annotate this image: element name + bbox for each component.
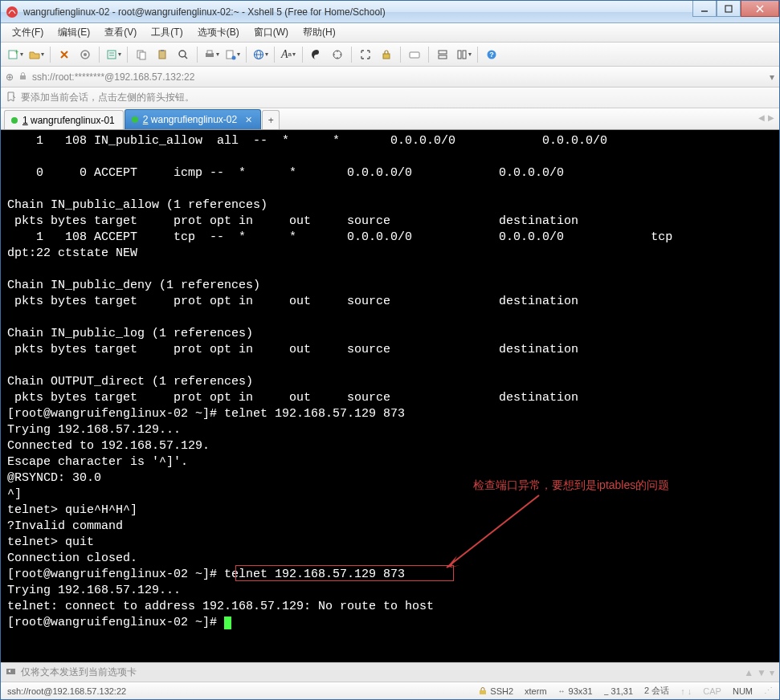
window-title: wangrufienglinux-02 - root@wangruifengli… bbox=[23, 6, 692, 18]
info-bar: 要添加当前会话，点击左侧的箭头按钮。 bbox=[1, 88, 779, 108]
send-arrows: ▲ ▼ ▾ bbox=[744, 667, 774, 678]
tile-vertical-button[interactable]: ▾ bbox=[454, 45, 473, 64]
svg-rect-33 bbox=[463, 51, 466, 59]
menu-tools[interactable]: 工具(T) bbox=[145, 23, 189, 42]
address-dropdown-icon[interactable]: ▾ bbox=[770, 71, 774, 83]
svg-rect-2 bbox=[725, 6, 732, 12]
status-sessions: 2 会话 bbox=[644, 685, 669, 697]
svg-point-21 bbox=[231, 55, 235, 59]
tab-close-icon[interactable]: ✕ bbox=[245, 115, 252, 125]
svg-rect-26 bbox=[383, 54, 390, 59]
print-button[interactable]: ▾ bbox=[202, 45, 221, 64]
send-text: 仅将文本发送到当前选项卡 bbox=[21, 665, 137, 679]
minimize-button[interactable] bbox=[692, 1, 717, 17]
menu-view[interactable]: 查看(V) bbox=[98, 23, 143, 42]
toolbar-separator bbox=[197, 47, 198, 63]
bookmark-icon[interactable] bbox=[6, 92, 16, 104]
toolbar: +▾ ▾ ▾ ▾ ▾ ▾ Aa▾ ▾ ? bbox=[1, 43, 779, 67]
menu-file[interactable]: 文件(F) bbox=[6, 23, 50, 42]
terminal-line: Chain IN_public_log (1 references) bbox=[7, 327, 253, 340]
find-button[interactable] bbox=[174, 45, 193, 64]
keyboard-button[interactable] bbox=[405, 45, 424, 64]
send-icon[interactable] bbox=[6, 666, 16, 679]
terminal-line: telnet> quit bbox=[7, 535, 94, 549]
tab-prev-icon[interactable]: ◀ bbox=[758, 113, 765, 122]
terminal-line: Trying 192.168.57.129... bbox=[7, 423, 181, 437]
tab-nav-arrows: ◀ ▶ bbox=[758, 113, 774, 122]
svg-point-16 bbox=[179, 51, 186, 57]
svg-rect-31 bbox=[439, 55, 447, 59]
open-session-button[interactable]: ▾ bbox=[27, 45, 46, 64]
svg-rect-36 bbox=[20, 75, 26, 79]
terminal-line: @RSYNCD: 30.0 bbox=[7, 471, 101, 485]
font-button[interactable]: Aa▾ bbox=[279, 45, 298, 64]
close-button[interactable] bbox=[741, 1, 779, 17]
svg-rect-15 bbox=[161, 50, 164, 51]
status-size: ↔93x31 bbox=[558, 686, 593, 696]
terminal-line: [root@wangruifenglinux-02 ~]# telnet 192… bbox=[7, 407, 405, 421]
tile-horizontal-button[interactable] bbox=[433, 45, 452, 64]
highlight-button[interactable] bbox=[328, 45, 347, 64]
terminal-output[interactable]: 1 108 IN_public_allow all -- * * 0.0.0.0… bbox=[1, 130, 779, 662]
down-arrow-icon[interactable]: ▼ bbox=[757, 667, 766, 678]
status-dot-icon bbox=[132, 116, 138, 123]
session-tab-2[interactable]: 2 wangrufienglinux-02 ✕ bbox=[125, 109, 261, 129]
disconnect-button[interactable] bbox=[76, 45, 95, 64]
menu-bar: 文件(F) 编辑(E) 查看(V) 工具(T) 选项卡(B) 窗口(W) 帮助(… bbox=[1, 23, 779, 43]
app-icon bbox=[6, 6, 18, 18]
new-session-button[interactable]: +▾ bbox=[6, 45, 25, 64]
log-button[interactable]: ▾ bbox=[223, 45, 242, 64]
terminal-line: Trying 192.168.57.129... bbox=[7, 584, 181, 597]
menu-window[interactable]: 窗口(W) bbox=[247, 23, 295, 42]
maximize-button[interactable] bbox=[717, 1, 741, 17]
menu-help[interactable]: 帮助(H) bbox=[296, 23, 342, 42]
session-tab-1[interactable]: 1 wangrufenglinux-01 bbox=[4, 110, 124, 129]
menu-tabs[interactable]: 选项卡(B) bbox=[191, 23, 246, 42]
title-bar[interactable]: wangrufienglinux-02 - root@wangruifengli… bbox=[1, 1, 779, 23]
lock-button[interactable] bbox=[377, 45, 396, 64]
terminal-line: Chain IN_public_deny (1 references) bbox=[7, 279, 260, 292]
toolbar-separator bbox=[50, 47, 51, 63]
svg-rect-32 bbox=[458, 51, 461, 59]
info-text: 要添加当前会话，点击左侧的箭头按钮。 bbox=[21, 91, 194, 104]
terminal-line: 0 0 ACCEPT icmp -- * * 0.0.0.0/0 0.0.0.0… bbox=[7, 166, 564, 180]
tab-strip: 1 wangrufenglinux-01 2 wangrufienglinux-… bbox=[1, 108, 779, 130]
paste-button[interactable] bbox=[153, 45, 172, 64]
annotation-box bbox=[235, 565, 454, 581]
toolbar-separator bbox=[246, 47, 247, 63]
toolbar-separator bbox=[400, 47, 401, 63]
send-dropdown-icon[interactable]: ▾ bbox=[770, 667, 774, 678]
terminal-line: 1 108 IN_public_allow all -- * * 0.0.0.0… bbox=[7, 134, 607, 148]
status-termtype: xterm bbox=[525, 686, 547, 696]
properties-button[interactable]: ▾ bbox=[104, 45, 123, 64]
send-bar[interactable]: 仅将文本发送到当前选项卡 ▲ ▼ ▾ bbox=[1, 662, 779, 682]
resize-grip-icon[interactable]: ⋰ bbox=[764, 686, 773, 696]
terminal-line: pkts bytes target prot opt in out source… bbox=[7, 343, 578, 356]
copy-button[interactable] bbox=[132, 45, 151, 64]
svg-text:?: ? bbox=[489, 51, 494, 59]
color-scheme-button[interactable] bbox=[307, 45, 326, 64]
status-cursor: ⎯31,31 bbox=[604, 686, 634, 696]
address-text[interactable]: ssh://root:********@192.168.57.132:22 bbox=[32, 71, 765, 83]
tab-next-icon[interactable]: ▶ bbox=[768, 113, 774, 122]
tab-label: 1 wangrufenglinux-01 bbox=[22, 115, 115, 126]
reconnect-button[interactable] bbox=[55, 45, 74, 64]
terminal-line: telnet: connect to address 192.168.57.12… bbox=[7, 600, 434, 613]
status-cap: CAP bbox=[703, 686, 721, 696]
add-tab-button[interactable]: + bbox=[262, 110, 280, 129]
status-dot-icon bbox=[11, 117, 18, 124]
help-button[interactable]: ? bbox=[482, 45, 501, 64]
status-proto: SSH2 bbox=[479, 686, 513, 696]
fullscreen-button[interactable] bbox=[356, 45, 375, 64]
tab-label: 2 wangrufienglinux-02 bbox=[143, 114, 237, 125]
svg-point-0 bbox=[6, 6, 18, 18]
address-bar[interactable]: ⊕ ssh://root:********@192.168.57.132:22 … bbox=[1, 67, 779, 88]
language-button[interactable]: ▾ bbox=[251, 45, 270, 64]
up-arrow-icon[interactable]: ▲ bbox=[744, 667, 753, 678]
terminal-cursor bbox=[224, 617, 231, 629]
add-arrow-icon[interactable]: ⊕ bbox=[6, 71, 14, 83]
terminal-line: Chain OUTPUT_direct (1 references) bbox=[7, 375, 253, 389]
terminal-line: pkts bytes target prot opt in out source… bbox=[7, 295, 578, 308]
menu-edit[interactable]: 编辑(E) bbox=[51, 23, 96, 42]
toolbar-separator bbox=[99, 47, 100, 63]
